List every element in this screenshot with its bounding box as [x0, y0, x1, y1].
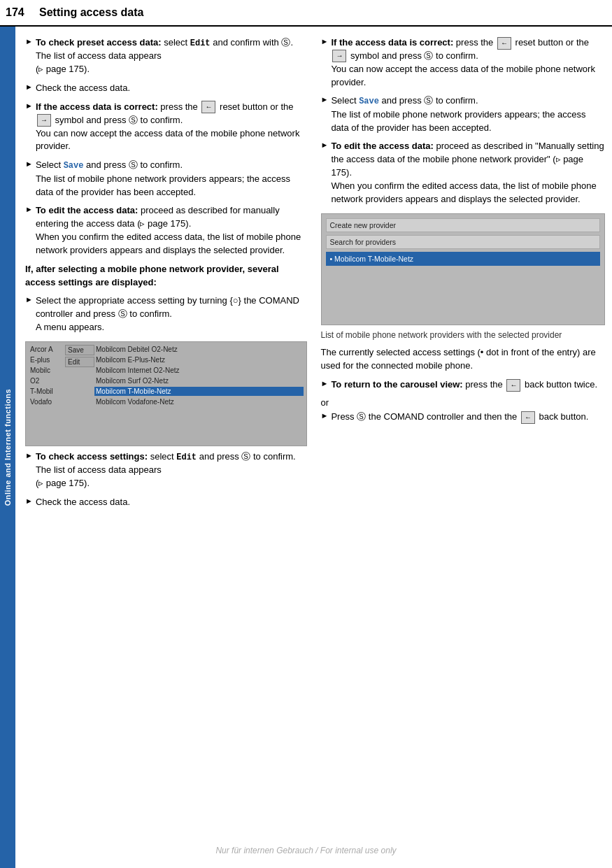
bullet-arrow: ► [25, 37, 33, 45]
bullet-content: If the access data is correct: press the… [36, 101, 307, 153]
bullet-arrow: ► [25, 451, 33, 460]
ss-cell: Mobilcom Vodafone-Netz [94, 397, 304, 406]
list-item: ► Check the access data. [25, 496, 307, 509]
bullet-arrow: ► [25, 497, 33, 505]
screenshot-left: Arcor A E-plus Mobilc O2 T-Mobil Vodafo … [25, 341, 307, 446]
list-item: ► To edit the access data: proceed as de… [25, 204, 307, 257]
bullet-arrow: ► [25, 159, 33, 168]
edit-mono: Edit [176, 453, 197, 462]
page-number: 174 [6, 6, 28, 19]
bullet-arrow: ► [321, 379, 329, 387]
ss-edit-btn: Edit [65, 357, 94, 367]
list-item: ► To check preset access data: select Ed… [25, 36, 307, 76]
back-button-icon: ← [521, 411, 535, 424]
bullet-arrow: ► [321, 95, 329, 104]
ss-cell: T-Mobil [29, 387, 65, 396]
bold-label: To check preset access data: [36, 37, 162, 48]
screenshot-ref: P82.87-8147-31 [26, 446, 306, 446]
list-item: ► To return to the carousel view: press … [321, 378, 606, 392]
ss-cell: Arcor A [29, 345, 65, 354]
bullet-arrow: ► [25, 83, 33, 91]
footer-watermark: Nur für internen Gebrauch / For internal… [0, 846, 612, 855]
bullet-arrow: ► [25, 295, 33, 304]
bullet-content: Press Ⓢ the COMAND controller and then t… [331, 411, 605, 424]
ss-row-selected: • Mobilcom T-Mobile-Netz [326, 252, 601, 266]
ss-cell: Mobilcom Surf O2-Netz [94, 376, 304, 385]
list-item: ► To check access settings: select Edit … [25, 450, 307, 490]
bullet-content: To edit the access data: proceed as desc… [331, 140, 605, 206]
arrow-button-icon: → [332, 50, 346, 62]
ss-row-search: Search for providers [326, 235, 601, 249]
sidebar-label-text: Online and Internet functions [3, 389, 12, 506]
edit-mono: Edit [190, 38, 211, 48]
list-item: ► Select Save and press Ⓢ to confirm. Th… [25, 159, 307, 199]
back-button-icon: ← [506, 379, 520, 392]
list-item: ► Check the access data. [25, 82, 307, 95]
section-heading: If, after selecting a mobile phone netwo… [25, 263, 307, 290]
screenshot-ref: P82.87-8148-31 [322, 325, 605, 325]
list-item: ► Press Ⓢ the COMAND controller and then… [321, 411, 606, 424]
bullet-content: To edit the access data: proceed as desc… [36, 204, 307, 257]
ss-cell: Mobilcom Debitel O2-Netz [94, 345, 304, 354]
info-text: The currently selected access settings (… [321, 346, 606, 373]
bullet-arrow: ► [25, 101, 33, 110]
screenshot-content: Arcor A E-plus Mobilc O2 T-Mobil Vodafo … [26, 342, 306, 446]
ss-save-btn: Save [65, 345, 94, 355]
ss-row-create: Create new provider [326, 218, 601, 232]
content-area: ► To check preset access data: select Ed… [15, 27, 612, 525]
bold-label: To edit the access data: [36, 205, 138, 215]
ss-col2: Save Edit [65, 345, 94, 443]
bold-label: To return to the carousel view: [331, 379, 462, 390]
bullet-content: If the access data is correct: press the… [331, 36, 605, 89]
col-left: ► To check preset access data: select Ed… [25, 36, 315, 515]
bullet-arrow: ► [321, 411, 329, 420]
ss-col1: Arcor A E-plus Mobilc O2 T-Mobil Vodafo [29, 345, 65, 443]
ss-cell: E-plus [29, 355, 65, 364]
list-item: ► If the access data is correct: press t… [25, 101, 307, 153]
col-right: ► If the access data is correct: press t… [315, 36, 606, 515]
list-item: ► If the access data is correct: press t… [321, 36, 606, 89]
save-mono: Save [64, 161, 84, 171]
list-item: ► Select Save and press Ⓢ to confirm. Th… [321, 94, 606, 134]
bullet-arrow: ► [321, 141, 329, 149]
bullet-content: Select Save and press Ⓢ to confirm. The … [331, 94, 605, 134]
reset-button-icon: ← [201, 101, 215, 113]
bullet-content: Select Save and press Ⓢ to confirm. The … [36, 159, 307, 199]
bullet-content: To check access settings: select Edit an… [36, 450, 307, 490]
save-mono: Save [359, 97, 379, 106]
list-item: ► Select the appropriate access setting … [25, 294, 307, 334]
ss-cell: Mobilcom Internet O2-Netz [94, 366, 304, 375]
arrow-button-icon: → [37, 114, 51, 127]
list-item: ► To edit the access data: proceed as de… [321, 140, 606, 206]
bold-label: If the access data is correct: [331, 37, 453, 48]
bullet-content: Check the access data. [36, 496, 307, 509]
ss-cell: Mobilc [29, 366, 65, 375]
sidebar-label: Online and Internet functions [0, 27, 15, 868]
bullet-content: To return to the carousel view: press th… [331, 378, 605, 392]
or-separator: or [321, 397, 606, 408]
ss-col3: Mobilcom Debitel O2-Netz Mobilcom E-Plus… [94, 345, 304, 443]
page-title: Setting access data [39, 6, 143, 19]
bullet-arrow: ► [321, 37, 329, 45]
bullet-arrow: ► [25, 205, 33, 213]
bullet-content: Select the appropriate access setting by… [36, 294, 307, 334]
bold-label: To edit the access data: [331, 141, 433, 151]
screenshot-content: Create new provider Search for providers… [322, 214, 605, 325]
screenshot-right: Create new provider Search for providers… [321, 213, 606, 325]
ss-cell: O2 [29, 376, 65, 385]
ss-cell-selected: Mobilcom T-Mobile-Netz [94, 387, 304, 396]
ss-cell: Mobilcom E-Plus-Netz [94, 355, 304, 364]
bullet-content: To check preset access data: select Edit… [36, 36, 307, 76]
reset-button-icon: ← [497, 37, 511, 50]
page-header: 174 Setting access data [0, 0, 612, 27]
bold-label: If the access data is correct: [36, 101, 158, 112]
ss-cell: Vodafo [29, 397, 65, 406]
screenshot-caption: List of mobile phone network providers w… [321, 329, 606, 341]
bold-label: To check access settings: [36, 451, 148, 462]
bullet-content: Check the access data. [36, 82, 307, 95]
